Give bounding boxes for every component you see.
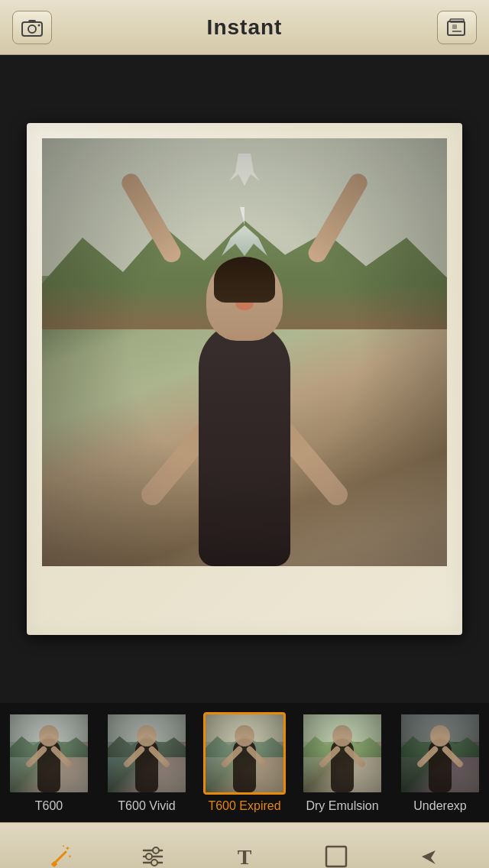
frame-button[interactable]: [312, 832, 361, 869]
filter-label-dryemulsion: Dry Emulsion: [306, 799, 378, 813]
svg-point-3: [38, 24, 40, 26]
svg-text:T: T: [238, 845, 252, 869]
filter-label-underexp: Underexp: [413, 799, 466, 813]
filter-item-t600[interactable]: T600: [0, 712, 98, 813]
filter-thumb-t600expired[interactable]: [203, 712, 286, 795]
svg-rect-6: [452, 24, 457, 29]
filter-thumb-t600vivid[interactable]: [105, 712, 188, 795]
magic-wand-button[interactable]: ✦ ✦ ✦: [37, 832, 86, 869]
filter-label-t600vivid: T600 Vivid: [118, 799, 175, 813]
gallery-button[interactable]: [437, 11, 477, 44]
svg-text:✦: ✦: [62, 844, 65, 848]
filter-strip: T600 T600 Vivid: [0, 703, 489, 822]
camera-button[interactable]: [12, 11, 52, 44]
svg-point-1: [28, 25, 36, 33]
polaroid-frame: [27, 123, 462, 635]
svg-rect-20: [326, 847, 346, 866]
svg-text:✦: ✦: [65, 845, 70, 852]
svg-rect-2: [28, 20, 36, 23]
filter-thumb-underexp[interactable]: [399, 712, 481, 795]
text-button[interactable]: T: [220, 832, 269, 869]
filter-item-underexp[interactable]: Underexp: [391, 712, 489, 813]
svg-point-16: [153, 847, 159, 853]
svg-text:✦: ✦: [68, 854, 72, 859]
filter-thumb-t600[interactable]: [8, 712, 90, 795]
filter-item-dryemulsion[interactable]: Dry Emulsion: [293, 712, 391, 813]
svg-point-17: [146, 853, 152, 860]
bottom-toolbar: ✦ ✦ ✦ T: [0, 822, 489, 868]
filter-label-t600expired: T600 Expired: [208, 799, 280, 813]
photo-preview-area: [0, 55, 489, 703]
app-title: Instant: [207, 15, 283, 40]
adjust-button[interactable]: [128, 832, 177, 869]
filter-label-t600: T600: [35, 799, 63, 813]
app-header: Instant: [0, 0, 489, 55]
filter-thumb-dryemulsion[interactable]: [301, 712, 384, 795]
filter-item-t600vivid[interactable]: T600 Vivid: [98, 712, 196, 813]
filter-item-t600expired[interactable]: T600 Expired: [196, 712, 293, 813]
share-button[interactable]: [403, 832, 452, 869]
photo-display: [42, 138, 447, 566]
svg-point-18: [151, 860, 157, 866]
